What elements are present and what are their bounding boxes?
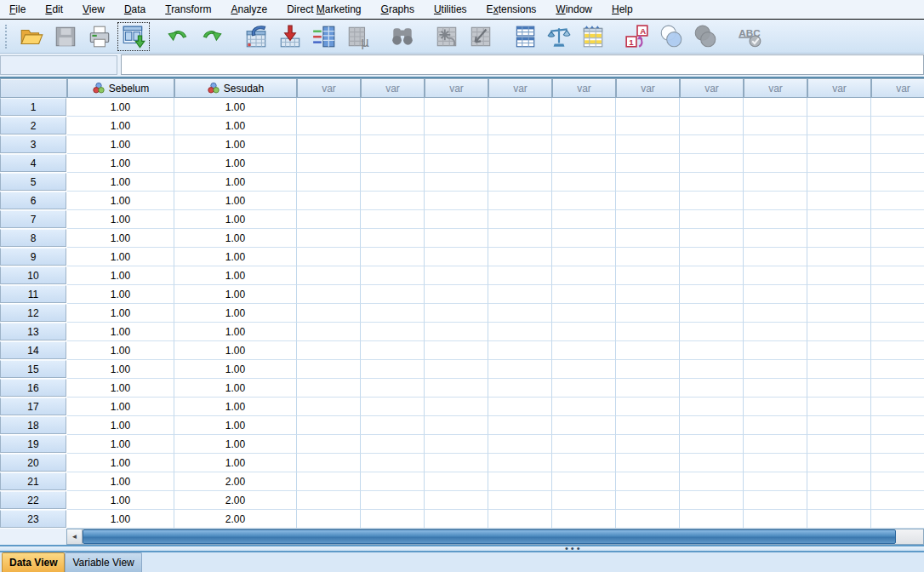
data-cell[interactable] bbox=[488, 304, 552, 323]
data-cell[interactable] bbox=[616, 266, 680, 285]
data-cell[interactable] bbox=[552, 98, 616, 117]
value-labels-button[interactable]: A1 bbox=[620, 21, 654, 52]
menu-direct-marketing[interactable]: Direct Marketing bbox=[279, 2, 368, 17]
data-cell[interactable]: 2.00 bbox=[174, 472, 297, 491]
data-cell[interactable] bbox=[871, 173, 924, 192]
data-cell[interactable] bbox=[361, 435, 425, 454]
column-header-var[interactable]: var bbox=[744, 78, 807, 98]
data-cell[interactable]: 1.00 bbox=[67, 192, 174, 210]
data-cell[interactable] bbox=[297, 323, 361, 341]
split-file-button[interactable] bbox=[508, 21, 542, 52]
data-cell[interactable] bbox=[744, 117, 807, 135]
data-cell[interactable]: 2.00 bbox=[174, 491, 297, 510]
data-cell[interactable]: 1.00 bbox=[174, 154, 297, 173]
data-cell[interactable] bbox=[616, 98, 680, 117]
row-header-11[interactable]: 11 bbox=[0, 285, 66, 303]
data-cell[interactable] bbox=[425, 210, 488, 229]
data-cell[interactable] bbox=[297, 98, 361, 117]
column-header-var[interactable]: var bbox=[616, 78, 680, 98]
row-header-12[interactable]: 12 bbox=[0, 304, 66, 322]
data-cell[interactable] bbox=[297, 266, 361, 285]
data-cell[interactable] bbox=[807, 154, 871, 173]
find-button[interactable] bbox=[385, 21, 419, 52]
row-header-19[interactable]: 19 bbox=[0, 435, 66, 453]
data-cell[interactable] bbox=[552, 117, 616, 135]
splitter-handle-icon[interactable]: ••• bbox=[565, 543, 583, 553]
toolbar-grip[interactable] bbox=[5, 25, 9, 49]
data-cell[interactable]: 1.00 bbox=[174, 304, 297, 323]
data-cell[interactable] bbox=[552, 192, 616, 210]
data-cell[interactable] bbox=[744, 248, 807, 266]
data-cell[interactable] bbox=[807, 266, 871, 285]
pane-splitter[interactable]: ••• bbox=[0, 545, 924, 552]
data-cell[interactable] bbox=[361, 341, 425, 360]
data-cell[interactable] bbox=[425, 398, 488, 416]
select-cases-button[interactable] bbox=[576, 21, 610, 52]
data-cell[interactable] bbox=[680, 135, 744, 154]
data-cell[interactable] bbox=[807, 323, 871, 341]
data-cell[interactable] bbox=[680, 398, 744, 416]
data-cell[interactable] bbox=[297, 379, 361, 398]
data-cell[interactable] bbox=[297, 341, 361, 360]
data-cell[interactable]: 1.00 bbox=[67, 210, 174, 229]
data-cell[interactable] bbox=[552, 379, 616, 398]
data-cell[interactable] bbox=[871, 248, 924, 266]
data-cell[interactable] bbox=[744, 435, 807, 454]
row-header-18[interactable]: 18 bbox=[0, 416, 66, 434]
row-header-7[interactable]: 7 bbox=[0, 210, 66, 228]
data-cell[interactable] bbox=[488, 173, 552, 192]
data-cell[interactable] bbox=[552, 285, 616, 304]
data-cell[interactable] bbox=[361, 360, 425, 379]
data-cell[interactable] bbox=[807, 248, 871, 266]
data-cell[interactable]: 1.00 bbox=[67, 98, 174, 117]
data-cell[interactable] bbox=[552, 135, 616, 154]
data-cell[interactable] bbox=[680, 435, 744, 454]
data-cell[interactable]: 1.00 bbox=[67, 379, 174, 398]
data-cell[interactable] bbox=[425, 304, 488, 323]
menu-graphs[interactable]: Graphs bbox=[374, 2, 422, 17]
data-cell[interactable]: 1.00 bbox=[174, 266, 297, 285]
undo-button[interactable] bbox=[161, 21, 195, 52]
go-to-case-button[interactable] bbox=[239, 21, 273, 52]
data-cell[interactable] bbox=[744, 379, 807, 398]
data-cell[interactable] bbox=[807, 173, 871, 192]
data-cell[interactable] bbox=[871, 360, 924, 379]
data-cell[interactable] bbox=[552, 210, 616, 229]
data-cell[interactable] bbox=[871, 117, 924, 135]
insert-cases-button[interactable] bbox=[430, 21, 464, 52]
data-cell[interactable] bbox=[680, 323, 744, 341]
column-header-var[interactable]: var bbox=[361, 78, 425, 98]
data-cell[interactable] bbox=[361, 510, 425, 529]
data-cell[interactable] bbox=[297, 491, 361, 510]
data-cell[interactable] bbox=[425, 510, 488, 529]
data-cell[interactable] bbox=[616, 435, 680, 454]
data-cell[interactable] bbox=[488, 210, 552, 229]
data-cell[interactable] bbox=[488, 360, 552, 379]
data-cell[interactable] bbox=[488, 154, 552, 173]
data-cell[interactable] bbox=[425, 285, 488, 304]
data-cell[interactable] bbox=[871, 266, 924, 285]
data-cell[interactable] bbox=[807, 472, 871, 491]
data-cell[interactable] bbox=[425, 472, 488, 491]
data-cell[interactable] bbox=[361, 398, 425, 416]
data-cell[interactable] bbox=[297, 472, 361, 491]
data-cell[interactable] bbox=[297, 285, 361, 304]
data-cell[interactable] bbox=[744, 135, 807, 154]
column-header-var[interactable]: var bbox=[552, 78, 616, 98]
grid-corner-cell[interactable] bbox=[0, 78, 67, 98]
go-to-variable-button[interactable] bbox=[273, 21, 307, 52]
data-cell[interactable] bbox=[680, 266, 744, 285]
data-cell[interactable] bbox=[616, 173, 680, 192]
data-cell[interactable] bbox=[871, 435, 924, 454]
data-cell[interactable] bbox=[871, 285, 924, 304]
data-cell[interactable] bbox=[616, 454, 680, 472]
data-cell[interactable]: 1.00 bbox=[174, 117, 297, 135]
data-cell[interactable]: 1.00 bbox=[67, 117, 174, 135]
data-cell[interactable] bbox=[807, 285, 871, 304]
data-cell[interactable] bbox=[871, 304, 924, 323]
data-cell[interactable] bbox=[361, 154, 425, 173]
data-cell[interactable] bbox=[616, 323, 680, 341]
spell-check-button[interactable]: ABC bbox=[733, 21, 767, 52]
data-cell[interactable] bbox=[807, 98, 871, 117]
data-cell[interactable] bbox=[807, 135, 871, 154]
